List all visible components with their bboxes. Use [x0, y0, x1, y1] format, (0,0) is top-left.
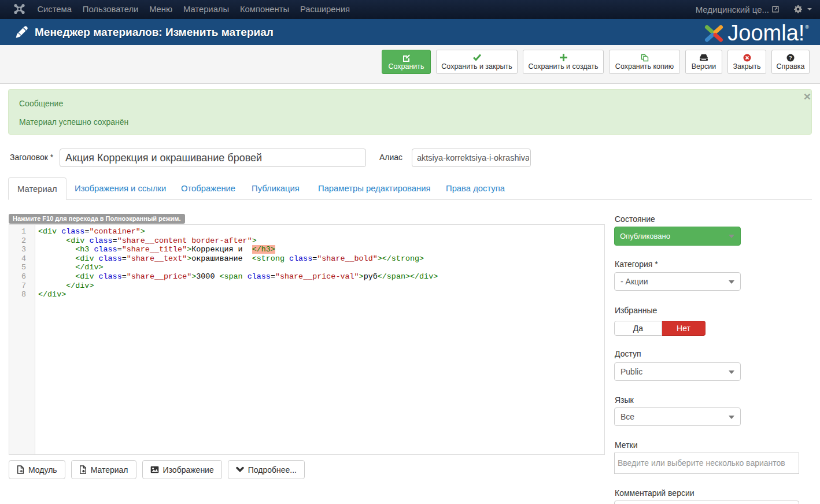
- svg-text:?: ?: [789, 54, 792, 61]
